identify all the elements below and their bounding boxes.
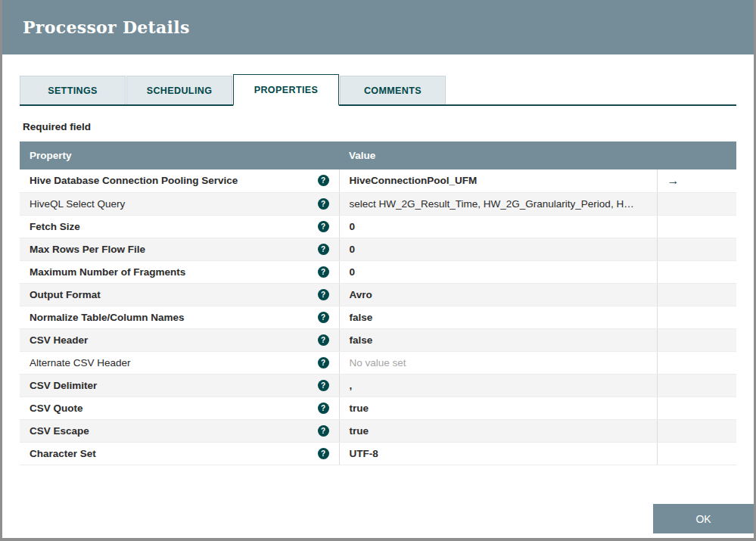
goto-cell: → <box>657 169 736 192</box>
table-row: Maximum Number of Fragments?0 <box>20 260 736 283</box>
tab-comments[interactable]: COMMENTS <box>340 76 446 104</box>
property-cell: Fetch Size? <box>20 215 339 238</box>
property-name: Hive Database Connection Pooling Service <box>30 175 238 186</box>
help-icon[interactable]: ? <box>318 221 329 232</box>
property-name: HiveQL Select Query <box>30 198 125 210</box>
goto-cell <box>657 419 736 442</box>
property-name: Character Set <box>30 448 96 459</box>
property-value: Avro <box>350 289 372 300</box>
property-name: Alternate CSV Header <box>30 357 131 368</box>
property-value: 0 <box>350 244 356 255</box>
goto-cell <box>657 260 736 283</box>
table-row: CSV Escape?true <box>20 419 736 442</box>
dialog-content: SETTINGS SCHEDULING PROPERTIES COMMENTS … <box>2 54 754 465</box>
value-cell: 0 <box>339 238 657 260</box>
table-body: Hive Database Connection Pooling Service… <box>20 169 736 465</box>
goto-cell <box>657 442 736 465</box>
table-row: Fetch Size?0 <box>20 215 736 238</box>
tab-properties[interactable]: PROPERTIES <box>233 74 339 106</box>
property-cell: Alternate CSV Header? <box>20 351 339 374</box>
help-icon[interactable]: ? <box>318 312 329 323</box>
property-name: Normalize Table/Column Names <box>30 312 185 323</box>
property-value: select HW_2G_Result_Time, HW_2G_Granular… <box>350 198 634 210</box>
value-cell: select HW_2G_Result_Time, HW_2G_Granular… <box>339 192 657 215</box>
property-value: HiveConnectionPool_UFM <box>350 175 478 186</box>
column-header-property: Property <box>20 141 339 169</box>
property-value: 0 <box>350 266 356 278</box>
property-cell: Maximum Number of Fragments? <box>20 260 339 283</box>
properties-table: Property Value Hive Database Connection … <box>20 141 736 465</box>
goto-service-icon[interactable]: → <box>667 174 680 187</box>
value-cell: UTF-8 <box>339 442 657 465</box>
property-value: No value set <box>350 357 406 368</box>
help-icon[interactable]: ? <box>318 244 329 255</box>
column-header-value: Value <box>339 141 736 169</box>
table-row: CSV Quote?true <box>20 396 736 419</box>
help-icon[interactable]: ? <box>318 266 329 278</box>
goto-cell <box>657 306 736 328</box>
property-cell: Normalize Table/Column Names? <box>20 306 339 328</box>
goto-cell <box>657 351 736 374</box>
help-icon[interactable]: ? <box>318 198 329 210</box>
tab-settings[interactable]: SETTINGS <box>20 76 126 104</box>
goto-cell <box>657 192 736 215</box>
goto-cell <box>657 215 736 238</box>
property-name: CSV Header <box>30 334 88 346</box>
tab-bar: SETTINGS SCHEDULING PROPERTIES COMMENTS <box>20 74 736 106</box>
property-cell: CSV Delimiter? <box>20 374 339 396</box>
help-icon[interactable]: ? <box>318 289 329 300</box>
help-icon[interactable]: ? <box>318 334 329 346</box>
dialog-title: Processor Details <box>23 17 190 37</box>
goto-cell <box>657 328 736 351</box>
table-row: Normalize Table/Column Names?false <box>20 306 736 328</box>
goto-cell <box>657 396 736 419</box>
help-icon[interactable]: ? <box>318 448 329 459</box>
help-icon[interactable]: ? <box>318 425 329 437</box>
property-name: Max Rows Per Flow File <box>30 244 145 255</box>
dialog-header: Processor Details <box>2 0 754 54</box>
value-cell: Avro <box>339 283 657 306</box>
tab-scheduling[interactable]: SCHEDULING <box>126 76 232 104</box>
property-value: UTF-8 <box>350 448 378 459</box>
table-header-row: Property Value <box>20 141 736 169</box>
property-name: Fetch Size <box>30 221 80 232</box>
property-value: , <box>350 380 353 391</box>
help-icon[interactable]: ? <box>318 403 329 414</box>
processor-details-dialog: Processor Details SETTINGS SCHEDULING PR… <box>2 0 754 538</box>
property-name: CSV Quote <box>30 403 83 414</box>
property-value: false <box>350 334 373 346</box>
value-cell: HiveConnectionPool_UFM <box>339 169 657 192</box>
value-cell: false <box>339 328 657 351</box>
property-name: Output Format <box>30 289 101 300</box>
goto-cell <box>657 283 736 306</box>
value-cell: 0 <box>339 260 657 283</box>
property-value: true <box>350 403 369 414</box>
property-name: CSV Escape <box>30 425 89 437</box>
property-cell: Output Format? <box>20 283 339 306</box>
property-cell: Max Rows Per Flow File? <box>20 238 339 260</box>
goto-cell <box>657 238 736 260</box>
table-row: Character Set?UTF-8 <box>20 442 736 465</box>
property-value: false <box>350 312 373 323</box>
property-cell: CSV Header? <box>20 328 339 351</box>
table-row: Alternate CSV Header?No value set <box>20 351 736 374</box>
help-icon[interactable]: ? <box>318 175 329 186</box>
help-icon[interactable]: ? <box>318 380 329 391</box>
property-cell: Hive Database Connection Pooling Service… <box>20 169 339 192</box>
table-row: HiveQL Select Query?select HW_2G_Result_… <box>20 192 736 215</box>
table-row: Hive Database Connection Pooling Service… <box>20 169 736 192</box>
value-cell: 0 <box>339 215 657 238</box>
value-cell: , <box>339 374 657 396</box>
ok-button[interactable]: OK <box>653 504 754 533</box>
help-icon[interactable]: ? <box>318 357 329 368</box>
table-row: Output Format?Avro <box>20 283 736 306</box>
property-cell: CSV Escape? <box>20 419 339 442</box>
value-cell: true <box>339 419 657 442</box>
property-cell: CSV Quote? <box>20 396 339 419</box>
property-value: 0 <box>350 221 356 232</box>
table-row: CSV Header?false <box>20 328 736 351</box>
value-cell: No value set <box>339 351 657 374</box>
property-name: CSV Delimiter <box>30 380 97 391</box>
table-row: Max Rows Per Flow File?0 <box>20 238 736 260</box>
value-cell: false <box>339 306 657 328</box>
